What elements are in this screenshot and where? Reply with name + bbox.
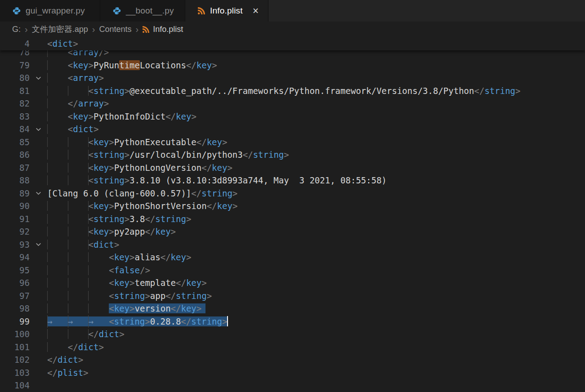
text-cursor [227,316,228,326]
line-number[interactable]: 94 [0,251,30,264]
code-token: string [176,291,207,301]
code-token: < [89,240,94,249]
code-line-84[interactable]: 84 <dict> [0,123,585,136]
code-line-83[interactable]: 83 <key>PythonInfoDict</key> [0,110,585,123]
line-number[interactable]: 80 [0,71,30,85]
code-editor[interactable]: 78 <array/>79 <key>PyRuntimeLocations</k… [0,37,585,392]
code-token: > [207,291,212,301]
breadcrumb-drive[interactable]: G: [12,25,21,34]
code-text: </array> [47,97,109,110]
code-line-98[interactable]: 98 <key>version</key> [0,302,585,315]
line-number[interactable]: 96 [0,276,30,290]
breadcrumb-app-folder[interactable]: 文件加密器.app [32,24,88,35]
line-number[interactable]: 81 [0,85,30,98]
code-text: <key>PythonLongVersion</key> [47,161,232,174]
code-token: > [94,124,98,134]
line-number[interactable]: 102 [0,353,30,366]
code-token: key [186,278,201,288]
breadcrumb-file[interactable]: Info.plist [153,25,183,34]
line-number[interactable]: 93 [0,238,30,251]
fold-chevron-icon[interactable] [30,71,47,85]
breadcrumb-contents[interactable]: Contents [99,25,131,34]
code-token: dict [52,39,73,49]
code-token: </ [171,303,181,313]
code-line-90[interactable]: 90 <key>PythonShortVersion</key> [0,200,585,213]
sticky-scroll-line[interactable]: 4 <dict> [0,37,585,50]
indent-guides [47,86,89,96]
code-line-86[interactable]: 86 <string>/usr/local/bin/python3</strin… [0,148,585,161]
fold-chevron-icon[interactable] [30,123,47,136]
line-number[interactable]: 103 [0,366,30,379]
code-line-89[interactable]: 89[Clang 6.0 (clang-600.0.57)]</string> [0,187,585,200]
code-token: > [186,214,191,224]
code-line-97[interactable]: 97 <string>app</string> [0,290,585,303]
fold-gutter [30,264,47,277]
fold-gutter [30,161,47,174]
code-line-87[interactable]: 87 <key>PythonLongVersion</key> [0,161,585,174]
line-number[interactable]: 90 [0,200,30,213]
line-number[interactable]: 97 [0,290,30,303]
code-token: string [94,214,125,224]
code-line-104[interactable]: 104 [0,379,585,392]
code-text: <key>PythonShortVersion</key> [47,200,237,213]
line-number[interactable]: 104 [0,379,30,392]
line-number[interactable]: 79 [0,59,30,72]
code-line-92[interactable]: 92 <key>py2app</key> [0,225,585,238]
tab-gui-wrapper-py[interactable]: gui_wrapper.py [0,0,100,22]
code-text: <string>app</string> [47,290,212,303]
code-line-79[interactable]: 79 <key>PyRuntimeLocations</key> [0,59,585,72]
line-number[interactable]: 92 [0,225,30,238]
code-line-81[interactable]: 81 <string>@executable_path/../Framework… [0,85,585,98]
code-line-102[interactable]: 102</dict> [0,353,585,366]
fold-chevron-icon[interactable] [30,187,47,200]
line-number[interactable]: 95 [0,264,30,277]
code-token: < [89,201,94,211]
code-line-88[interactable]: 88 <string>3.8.10 (v3.8.10:3d8993a744, M… [0,174,585,187]
code-token: string [155,214,186,224]
code-text: <dict> [47,238,119,251]
tab-boot-py[interactable]: __boot__.py [100,0,185,22]
line-number[interactable]: 85 [0,136,30,149]
code-line-85[interactable]: 85 <key>PythonExecutable</key> [0,136,585,149]
code-token: </ [68,98,78,108]
code-token: string [191,316,222,326]
code-line-93[interactable]: 93 <dict> [0,238,585,251]
code-token: </ [165,111,176,121]
line-number[interactable]: 86 [0,148,30,161]
code-text: <key>PythonInfoDict</key> [47,110,196,123]
line-number[interactable]: 91 [0,213,30,226]
code-token: alias [135,252,161,262]
line-number[interactable]: 84 [0,123,30,136]
close-icon[interactable]: × [253,6,259,16]
code-line-80[interactable]: 80 <array> [0,71,585,85]
line-number[interactable]: 88 [0,174,30,187]
code-line-91[interactable]: 91 <string>3.8</string> [0,213,585,226]
fold-gutter [30,366,47,379]
line-number[interactable]: 99 [0,315,30,328]
line-number: 4 [0,37,30,50]
code-line-94[interactable]: 94 <key>alias</key> [0,251,585,264]
fold-chevron-icon[interactable] [30,238,47,251]
code-line-95[interactable]: 95 <false/> [0,264,585,277]
line-number[interactable]: 82 [0,97,30,110]
code-text: <key>alias</key> [47,251,191,264]
code-line-82[interactable]: 82 </array> [0,97,585,110]
line-number[interactable]: 87 [0,161,30,174]
line-number[interactable]: 100 [0,328,30,341]
code-text: →→→<string>0.28.8</string> [47,315,228,328]
code-token: < [109,265,114,275]
code-text: [Clang 6.0 (clang-600.0.57)]</string> [47,187,237,200]
code-token: key [94,137,109,147]
code-line-96[interactable]: 96 <key>template</key> [0,276,585,290]
code-line-103[interactable]: 103</plist> [0,366,585,379]
code-line-99[interactable]: 99→→→<string>0.28.8</string> [0,315,585,328]
line-number[interactable]: 98 [0,302,30,315]
code-token: plist [58,368,83,378]
code-line-100[interactable]: 100 </dict> [0,328,585,341]
line-number[interactable]: 83 [0,110,30,123]
tab-info-plist[interactable]: Info.plist × [185,0,268,22]
code-line-101[interactable]: 101 </dict> [0,341,585,354]
code-token: < [89,86,94,96]
line-number[interactable]: 89 [0,187,30,200]
line-number[interactable]: 101 [0,341,30,354]
